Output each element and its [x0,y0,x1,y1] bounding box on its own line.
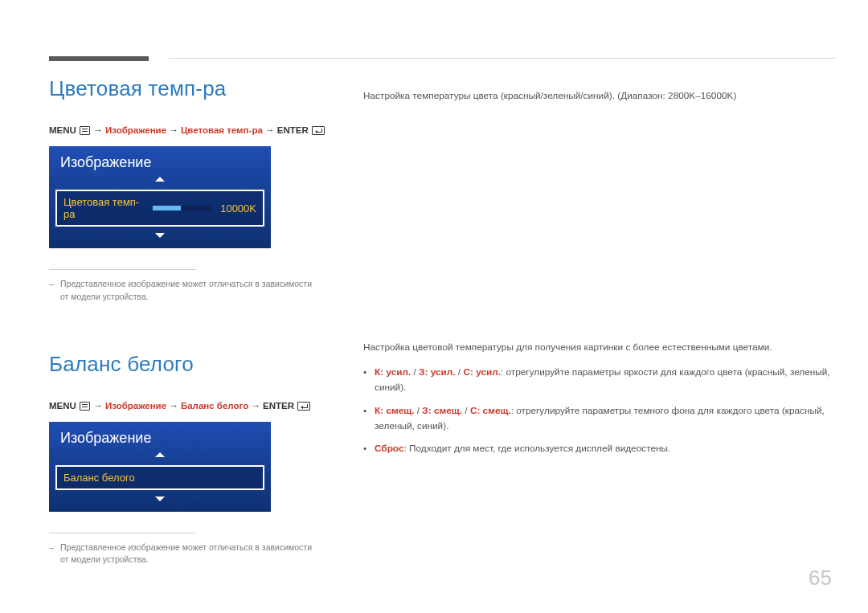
page-number: 65 [809,566,832,591]
path-arrow: → [93,125,103,135]
bullet-hl: К: смещ. [375,405,415,416]
osd-slider[interactable] [153,206,211,210]
osd-row-label: Цветовая темп-ра [63,196,148,220]
path-arrow: → [169,401,178,411]
bullet-hl: З: смещ. [422,405,462,416]
desc-intro: Настройка цветовой температуры для получ… [363,340,836,355]
bullet-sep: / [456,366,464,378]
osd-down[interactable] [49,229,271,240]
osd-title: Изображение [49,146,271,176]
chevron-down-icon [155,233,165,238]
bullet-hl: К: усил. [375,366,411,378]
path-enter-label: ENTER [263,401,294,411]
disclaimer-note: Представленное изображение может отличат… [49,278,322,304]
description-white-balance: Настройка цветовой температуры для получ… [363,340,836,464]
path-menu-label: MENU [49,125,76,135]
bullet-sep: / [462,405,470,416]
bullet-rest: : Подходит для мест, где используется ди… [403,443,670,454]
path-arrow: → [251,401,260,411]
path-segment-image: Изображение [105,401,166,411]
note-divider [49,269,196,270]
list-item: К: усил. / З: усил. / С: усил.: отрегули… [363,365,836,395]
osd-panel-color-temp: Изображение Цветовая темп-ра 10000K [49,146,271,248]
desc-text: Настройка температуры цвета (красный/зел… [363,88,836,104]
path-menu-label: MENU [49,401,76,411]
description-color-temp: Настройка температуры цвета (красный/зел… [363,88,836,104]
osd-row-value: 10000K [220,202,256,215]
bullet-sep: / [415,405,423,416]
menu-icon [80,402,90,411]
path-arrow: → [265,125,275,135]
osd-row-white-balance[interactable]: Баланс белого [55,465,264,490]
osd-row-color-temp[interactable]: Цветовая темп-ра 10000K [55,190,264,227]
bullet-hl: З: усил. [419,366,455,378]
chevron-up-icon [155,177,165,182]
enter-icon [297,402,310,411]
bullet-hl: Сброс [375,443,403,454]
osd-up[interactable] [49,452,271,463]
enter-icon [312,126,325,135]
osd-row-label: Баланс белого [63,472,256,484]
chevron-up-icon [155,452,165,457]
menu-icon [80,126,90,135]
bullet-sep: / [411,366,419,378]
path-arrow: → [169,125,178,135]
path-enter-label: ENTER [277,125,309,135]
disclaimer-note: Представленное изображение может отличат… [49,541,322,567]
list-item: Сброс: Подходит для мест, где использует… [363,441,836,456]
path-segment-color-temp: Цветовая темп-ра [181,125,263,135]
bullet-hl: С: усил. [463,366,501,378]
header-rule [169,58,836,59]
osd-down[interactable] [49,492,271,504]
list-item: К: смещ. / З: смещ. / С: смещ.: отрегули… [363,403,836,434]
menu-path-color-temp: MENU → Изображение → Цветовая темп-ра → … [49,125,836,135]
osd-panel-white-balance: Изображение Баланс белого [49,422,271,512]
bullet-hl: С: смещ. [470,405,511,416]
note-divider [49,533,196,533]
osd-up[interactable] [49,176,271,187]
path-segment-image: Изображение [105,125,166,135]
path-arrow: → [93,401,103,411]
chevron-down-icon [155,497,165,501]
bullet-list: К: усил. / З: усил. / С: усил.: отрегули… [363,365,836,456]
path-segment-white-balance: Баланс белого [181,401,248,411]
osd-title: Изображение [49,422,271,452]
header-accent-bar [49,56,149,61]
